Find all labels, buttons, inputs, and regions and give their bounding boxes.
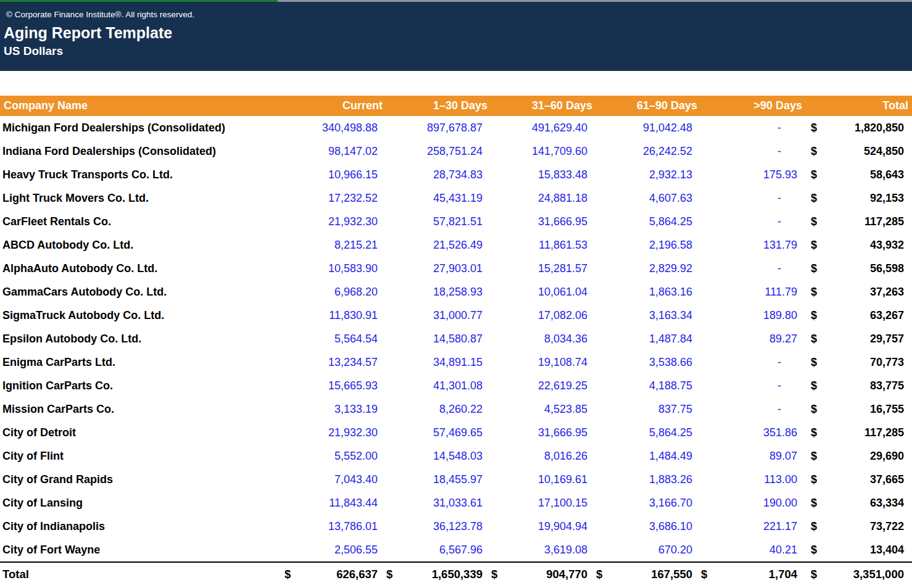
- company-name-cell[interactable]: City of Grand Rapids: [0, 468, 281, 491]
- days-31-60-cell[interactable]: 3,619.08: [487, 538, 592, 561]
- days-over-90-cell[interactable]: 190.00: [697, 491, 802, 515]
- total-61-90-cell[interactable]: $ 167,550: [592, 563, 697, 586]
- column-header-61-90-days[interactable]: 61–90 Days: [592, 96, 697, 116]
- days-61-90-cell[interactable]: 2,932.13: [592, 163, 697, 186]
- days-61-90-cell[interactable]: 5,864.25: [592, 421, 697, 444]
- days-31-60-cell[interactable]: 8,034.36: [487, 327, 592, 350]
- company-name-cell[interactable]: City of Indianapolis: [0, 515, 281, 538]
- days-1-30-cell[interactable]: 18,455.97: [383, 468, 487, 491]
- days-over-90-cell[interactable]: 40.21: [697, 538, 802, 561]
- days-1-30-cell[interactable]: 258,751.24: [383, 139, 487, 163]
- days-over-90-cell[interactable]: -: [697, 374, 802, 397]
- total-cell[interactable]: 63,267: [826, 304, 912, 327]
- current-cell[interactable]: 21,932.30: [281, 421, 383, 444]
- days-61-90-cell[interactable]: 670.20: [592, 538, 697, 561]
- days-over-90-cell[interactable]: -: [697, 257, 802, 280]
- current-cell[interactable]: 7,043.40: [281, 468, 383, 491]
- column-header-31-60-days[interactable]: 31–60 Days: [487, 96, 592, 116]
- days-31-60-cell[interactable]: 19,108.74: [487, 350, 592, 374]
- days-over-90-cell[interactable]: 111.79: [697, 280, 802, 304]
- company-name-cell[interactable]: GammaCars Autobody Co. Ltd.: [0, 280, 281, 304]
- total-cell[interactable]: 29,690: [826, 444, 912, 468]
- days-61-90-cell[interactable]: 4,607.63: [592, 186, 697, 210]
- company-name-cell[interactable]: Heavy Truck Transports Co. Ltd.: [0, 163, 281, 186]
- company-name-cell[interactable]: SigmaTruck Autobody Co. Ltd.: [0, 304, 281, 327]
- days-31-60-cell[interactable]: 17,082.06: [487, 304, 592, 327]
- days-1-30-cell[interactable]: 31,033.61: [383, 491, 487, 515]
- days-61-90-cell[interactable]: 5,864.25: [592, 210, 697, 233]
- total-cell[interactable]: 524,850: [826, 139, 912, 163]
- total-cell[interactable]: 16,755: [826, 397, 912, 421]
- days-61-90-cell[interactable]: 837.75: [592, 397, 697, 421]
- company-name-cell[interactable]: AlphaAuto Autobody Co. Ltd.: [0, 257, 281, 280]
- company-name-cell[interactable]: Indiana Ford Dealerships (Consolidated): [0, 139, 281, 163]
- days-61-90-cell[interactable]: 3,686.10: [592, 515, 697, 538]
- total-current-cell[interactable]: $ 626,637: [281, 563, 383, 586]
- total-cell[interactable]: 43,932: [826, 233, 912, 257]
- days-61-90-cell[interactable]: 26,242.52: [592, 139, 697, 163]
- total-cell[interactable]: 1,820,850: [826, 116, 912, 139]
- total-label[interactable]: Total: [0, 563, 281, 586]
- current-cell[interactable]: 11,843.44: [281, 491, 383, 515]
- days-over-90-cell[interactable]: -: [697, 116, 802, 139]
- days-1-30-cell[interactable]: 27,903.01: [383, 257, 487, 280]
- current-cell[interactable]: 11,830.91: [281, 304, 383, 327]
- current-cell[interactable]: 98,147.02: [281, 139, 383, 163]
- current-cell[interactable]: 2,506.55: [281, 538, 383, 561]
- company-name-cell[interactable]: Epsilon Autobody Co. Ltd.: [0, 327, 281, 350]
- total-cell[interactable]: 58,643: [826, 163, 912, 186]
- days-61-90-cell[interactable]: 3,166.70: [592, 491, 697, 515]
- days-31-60-cell[interactable]: 141,709.60: [487, 139, 592, 163]
- days-over-90-cell[interactable]: -: [697, 397, 802, 421]
- days-over-90-cell[interactable]: -: [697, 139, 802, 163]
- days-1-30-cell[interactable]: 6,567.96: [383, 538, 487, 561]
- company-name-cell[interactable]: Light Truck Movers Co. Ltd.: [0, 186, 281, 210]
- current-cell[interactable]: 15,665.93: [281, 374, 383, 397]
- days-1-30-cell[interactable]: 36,123.78: [383, 515, 487, 538]
- total-cell[interactable]: 63,334: [826, 491, 912, 515]
- company-name-cell[interactable]: City of Detroit: [0, 421, 281, 444]
- company-name-cell[interactable]: Ignition CarParts Co.: [0, 374, 281, 397]
- total-cell[interactable]: 70,773: [826, 350, 912, 374]
- days-61-90-cell[interactable]: 1,484.49: [592, 444, 697, 468]
- company-name-cell[interactable]: Michigan Ford Dealerships (Consolidated): [0, 116, 281, 139]
- current-cell[interactable]: 8,215.21: [281, 233, 383, 257]
- current-cell[interactable]: 5,564.54: [281, 327, 383, 350]
- days-61-90-cell[interactable]: 3,538.66: [592, 350, 697, 374]
- days-31-60-cell[interactable]: 8,016.26: [487, 444, 592, 468]
- days-31-60-cell[interactable]: 15,833.48: [487, 163, 592, 186]
- column-header-1-30-days[interactable]: 1–30 Days: [383, 96, 487, 116]
- total-cell[interactable]: 73,722: [826, 515, 912, 538]
- days-over-90-cell[interactable]: 175.93: [697, 163, 802, 186]
- days-over-90-cell[interactable]: -: [697, 186, 802, 210]
- days-1-30-cell[interactable]: 31,000.77: [383, 304, 487, 327]
- total-cell[interactable]: 37,263: [826, 280, 912, 304]
- company-name-cell[interactable]: City of Fort Wayne: [0, 538, 281, 561]
- total-cell[interactable]: 117,285: [826, 421, 912, 444]
- days-over-90-cell[interactable]: 131.79: [697, 233, 802, 257]
- days-31-60-cell[interactable]: 24,881.18: [487, 186, 592, 210]
- total-cell[interactable]: 92,153: [826, 186, 912, 210]
- days-1-30-cell[interactable]: 41,301.08: [383, 374, 487, 397]
- days-31-60-cell[interactable]: 15,281.57: [487, 257, 592, 280]
- days-over-90-cell[interactable]: 89.07: [697, 444, 802, 468]
- column-header-over-90-days[interactable]: >90 Days: [697, 96, 802, 116]
- days-61-90-cell[interactable]: 1,487.84: [592, 327, 697, 350]
- days-1-30-cell[interactable]: 18,258.93: [383, 280, 487, 304]
- days-1-30-cell[interactable]: 897,678.87: [383, 116, 487, 139]
- current-cell[interactable]: 13,786.01: [281, 515, 383, 538]
- days-31-60-cell[interactable]: 17,100.15: [487, 491, 592, 515]
- days-1-30-cell[interactable]: 28,734.83: [383, 163, 487, 186]
- current-cell[interactable]: 10,583.90: [281, 257, 383, 280]
- days-31-60-cell[interactable]: 31,666.95: [487, 210, 592, 233]
- days-31-60-cell[interactable]: 11,861.53: [487, 233, 592, 257]
- days-1-30-cell[interactable]: 14,580.87: [383, 327, 487, 350]
- company-name-cell[interactable]: Enigma CarParts Ltd.: [0, 350, 281, 374]
- days-61-90-cell[interactable]: 1,883.26: [592, 468, 697, 491]
- days-61-90-cell[interactable]: 1,863.16: [592, 280, 697, 304]
- grand-total-cell[interactable]: 3,351,000: [826, 563, 912, 586]
- days-61-90-cell[interactable]: 2,196.58: [592, 233, 697, 257]
- days-31-60-cell[interactable]: 22,619.25: [487, 374, 592, 397]
- current-cell[interactable]: 13,234.57: [281, 350, 383, 374]
- days-1-30-cell[interactable]: 21,526.49: [383, 233, 487, 257]
